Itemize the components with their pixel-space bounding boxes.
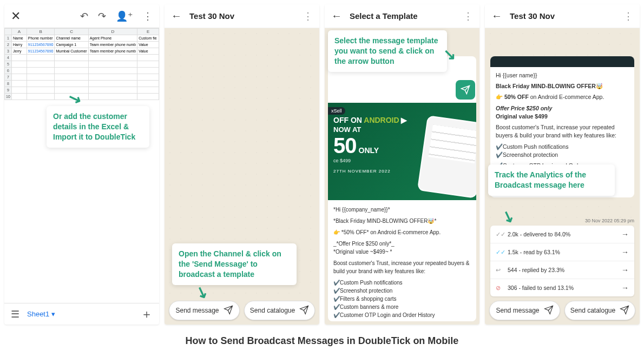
chevron-right-icon: → <box>621 266 629 274</box>
template-image: xSell OFF ON ANDROID ▶ NOW AT 50ONLY ce … <box>328 103 476 200</box>
send-icon <box>299 305 309 316</box>
send-catalogue-label: Send catalogue <box>250 307 295 314</box>
callout-analytics: Track the Analytics of the Broadcast mes… <box>488 164 615 196</box>
send-template-button[interactable] <box>456 80 475 100</box>
chevron-right-icon: → <box>621 283 629 292</box>
back-icon[interactable]: ← <box>331 10 342 22</box>
delivered-icon: ✓✓ <box>496 231 503 238</box>
callout-send-message: Open the Channel & click on the 'Send Me… <box>172 243 297 285</box>
channel-screen: ← Test 30 Nov ⋮ Open the Channel & click… <box>165 4 319 325</box>
chevron-right-icon: → <box>621 248 629 256</box>
send-message-label: Send message <box>175 307 219 314</box>
channel-title: Test 30 Nov <box>510 11 616 21</box>
phone-mockup <box>417 115 476 199</box>
send-message-button[interactable]: Send message <box>489 301 560 320</box>
template-body-text: *Hi {{company_name}}* *Black Friday MIND… <box>328 200 476 321</box>
overflow-icon[interactable]: ⋮ <box>303 10 313 22</box>
send-icon <box>544 305 554 316</box>
overflow-icon[interactable]: ⋮ <box>143 10 153 22</box>
send-message-button[interactable]: Send message <box>169 301 240 320</box>
template-header: ← Select a Template ⋮ <box>325 4 479 28</box>
read-icon: ✓✓ <box>496 249 503 256</box>
chat-body: Hi {{user name}} Black Friday MIND-BLOWI… <box>485 28 640 325</box>
analytics-row-replied[interactable]: ↩ 544 - replied by 23.3% → <box>490 261 634 279</box>
analytics-block: 30 Nov 2022 05:29 pm ✓✓ 2.0k - delivered… <box>490 218 634 296</box>
share-icon[interactable]: 👤⁺ <box>116 10 133 22</box>
callout-import: Or add the customer details in the Excel… <box>47 106 149 148</box>
sheet-footer: ☰ Sheet1 ▾ ＋ <box>4 303 159 325</box>
menu-icon[interactable]: ☰ <box>11 308 19 320</box>
spreadsheet-screen: ✕ ↶ ↷ 👤⁺ ⋮ ABCDE 1NamePhone numberChanne… <box>4 4 159 325</box>
back-icon[interactable]: ← <box>171 10 182 22</box>
add-sheet-icon[interactable]: ＋ <box>141 306 153 322</box>
send-catalogue-label: Send catalogue <box>570 307 615 314</box>
chat-body: Open the Channel & click on the 'Send Me… <box>165 28 319 325</box>
analytics-row-failed[interactable]: ⊘ 306 - failed to send 13.1% → <box>490 279 634 296</box>
channel-title: Test 30 Nov <box>189 11 295 21</box>
spreadsheet-grid[interactable]: ABCDE 1NamePhone numberChannel nameAgent… <box>4 28 159 100</box>
send-icon <box>620 305 629 316</box>
send-catalogue-button[interactable]: Send catalogue <box>564 301 635 320</box>
redo-icon[interactable]: ↷ <box>98 10 106 22</box>
replied-icon: ↩ <box>496 267 503 274</box>
analytics-screen: ← Test 30 Nov ⋮ Hi {{user name}} Black F… <box>485 4 640 325</box>
overflow-icon[interactable]: ⋮ <box>623 10 633 22</box>
failed-icon: ⊘ <box>496 285 503 292</box>
send-catalogue-button[interactable]: Send catalogue <box>244 301 315 320</box>
sheet-toolbar: ✕ ↶ ↷ 👤⁺ ⋮ <box>4 4 159 28</box>
callout-select-template: Select the message template you want to … <box>328 30 447 72</box>
figure-caption: How to Send Broadcast Messages in Double… <box>0 335 644 347</box>
chat-footer: Send message Send catalogue <box>485 296 640 325</box>
template-card[interactable]: xSell OFF ON ANDROID ▶ NOW AT 50ONLY ce … <box>328 56 476 321</box>
template-title: Select a Template <box>350 11 456 21</box>
template-badge: xSell <box>328 107 345 115</box>
undo-icon[interactable]: ↶ <box>80 10 88 22</box>
chat-header: ← Test 30 Nov ⋮ <box>485 4 640 28</box>
analytics-row-read[interactable]: ✓✓ 1.5k - read by 63.1% → <box>490 243 634 261</box>
send-message-label: Send message <box>496 307 539 314</box>
template-screen: ← Select a Template ⋮ Select the message… <box>325 4 479 325</box>
overflow-icon[interactable]: ⋮ <box>463 10 473 22</box>
analytics-list: ✓✓ 2.0k - delivered to 84.0% → ✓✓ 1.5k -… <box>490 226 634 296</box>
chevron-right-icon: → <box>621 230 629 239</box>
sheet-tab[interactable]: Sheet1 ▾ <box>27 310 55 318</box>
chat-header: ← Test 30 Nov ⋮ <box>165 4 319 28</box>
callout-arrow-icon: ↘ <box>443 45 456 63</box>
back-icon[interactable]: ← <box>491 10 502 22</box>
close-icon[interactable]: ✕ <box>11 9 80 23</box>
chat-footer: Send message Send catalogue <box>165 296 319 325</box>
analytics-row-delivered[interactable]: ✓✓ 2.0k - delivered to 84.0% → <box>490 226 634 243</box>
send-icon <box>224 305 233 316</box>
template-body: Select the message template you want to … <box>325 28 479 325</box>
